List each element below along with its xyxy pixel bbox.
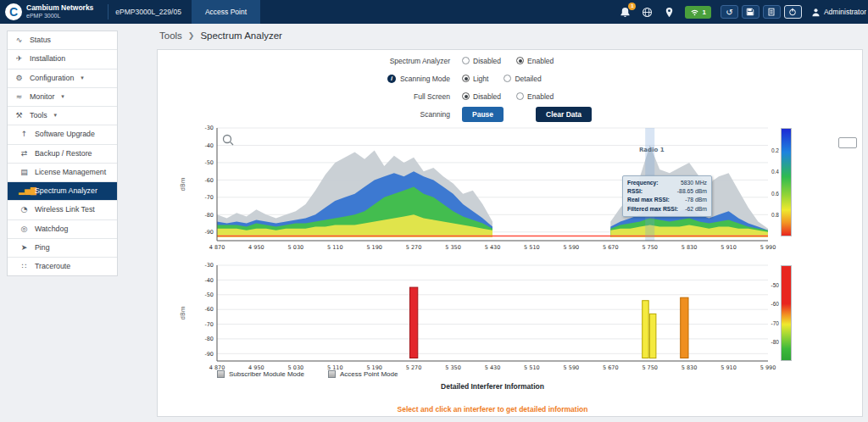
colorbar-tick: 0.2 — [765, 147, 779, 153]
sidebar-item-tools[interactable]: ⚒Tools▾ — [8, 107, 117, 125]
svg-text:5 750: 5 750 — [642, 244, 658, 251]
persistence-colorbar: 0.20.40.60.8 — [781, 128, 792, 236]
spectrum-analyzer-panel: Spectrum AnalyzerDisabledEnablediScannin… — [157, 49, 863, 417]
svg-text:-40: -40 — [204, 277, 214, 284]
tooltip-row: Real max RSSI:-78 dBm — [627, 196, 707, 204]
svg-text:-50: -50 — [204, 159, 214, 166]
controls: Spectrum AnalyzerDisabledEnablediScannin… — [158, 52, 862, 123]
svg-text:5 590: 5 590 — [564, 244, 580, 251]
sidebar-item-label: Spectrum Analyzer — [35, 186, 97, 196]
expand-button[interactable] — [838, 137, 857, 148]
interferer-info-title: Detailed Interferer Information — [217, 382, 768, 391]
sidebar-item-backup-restore[interactable]: ⇄Backup / Restore — [8, 145, 117, 164]
colorbar-tick: 0.4 — [765, 169, 779, 175]
logs-clipboard-button[interactable] — [763, 5, 781, 19]
info-icon[interactable]: i — [387, 75, 396, 83]
full-screen-option-enabled[interactable]: Enabled — [516, 92, 554, 101]
header-actions: 1 1 ↺ Administrator — [619, 5, 868, 19]
sidebar-item-configuration[interactable]: ⚙Configuration▾ — [8, 69, 117, 88]
svg-text:5 430: 5 430 — [485, 244, 501, 251]
radio-icon — [516, 92, 524, 100]
svg-text:-60: -60 — [204, 306, 214, 313]
svg-text:5 670: 5 670 — [603, 364, 619, 371]
zoom-icon — [224, 136, 234, 146]
undo-button[interactable]: ↺ — [721, 5, 738, 19]
sidebar-item-status[interactable]: ∿Status — [8, 31, 117, 50]
radio-tooltip: Frequency:5830 MHzRSSI:-88.65 dBmReal ma… — [622, 175, 712, 217]
full-screen-label: Full Screen — [158, 92, 450, 101]
sidebar-item-label: License Management — [35, 168, 106, 177]
sidebar-item-software-upgrade[interactable]: ↑Software Upgrade — [8, 125, 117, 144]
svg-text:5 910: 5 910 — [721, 364, 737, 371]
traceroute-icon: ∷ — [19, 262, 30, 271]
brand-name: Cambium Networks — [26, 4, 93, 13]
status-icon: ∿ — [14, 36, 25, 45]
sidebar-item-spectrum-analyzer[interactable]: ▂▅▇Spectrum Analyzer — [8, 182, 117, 201]
sidebar-item-monitor[interactable]: ≈Monitor▾ — [8, 88, 117, 107]
tools-icon: ⚒ — [14, 111, 25, 120]
tooltip-row: RSSI:-88.65 dBm — [627, 187, 707, 196]
breadcrumb: Tools ❯ Spectrum Analyzer — [159, 31, 282, 41]
svg-text:-70: -70 — [204, 194, 214, 201]
svg-text:5 510: 5 510 — [524, 244, 540, 251]
pause-button[interactable]: Pause — [462, 107, 504, 122]
scanning-mode-option-light[interactable]: Light — [462, 75, 488, 83]
sidebar-item-ping[interactable]: ➤Ping — [8, 239, 117, 258]
connected-sm-badge[interactable]: 1 — [685, 6, 710, 19]
svg-text:5 990: 5 990 — [760, 244, 776, 251]
svg-text:5 590: 5 590 — [564, 364, 580, 371]
full-screen-option-disabled[interactable]: Disabled — [462, 92, 501, 101]
rssi-colorbar: -50-60-70-80 — [781, 265, 792, 361]
chevron-down-icon: ▾ — [81, 75, 84, 82]
save-button[interactable] — [742, 5, 760, 19]
chevron-down-icon: ▾ — [61, 93, 64, 101]
colorbar-tick: 0.8 — [765, 211, 779, 217]
svg-text:5 510: 5 510 — [524, 364, 540, 371]
ping-icon: ➤ — [19, 243, 30, 253]
spectrum-analyzer-icon: ▂▅▇ — [19, 186, 30, 196]
svg-text:dBm: dBm — [180, 177, 186, 191]
sidebar-item-label: Ping — [35, 243, 50, 253]
location-pin-icon[interactable] — [663, 6, 676, 19]
colorbar-tick: -80 — [765, 338, 779, 344]
spectrum-analyzer-option-disabled[interactable]: Disabled — [462, 57, 501, 65]
svg-text:-40: -40 — [204, 142, 214, 149]
legend-item-subscriber-module-mode[interactable]: Subscriber Module Mode — [217, 370, 304, 378]
sidebar-item-license-management[interactable]: ▤License Management — [8, 164, 117, 182]
language-globe-icon[interactable] — [641, 6, 654, 19]
sidebar-item-traceroute[interactable]: ∷Traceroute — [8, 258, 117, 275]
sidebar-item-watchdog[interactable]: ◎Watchdog — [8, 220, 117, 239]
sidebar-item-wireless-link-test[interactable]: ◔Wireless Link Test — [8, 201, 117, 219]
device-name: ePMP3000L_229/05 — [115, 8, 181, 16]
svg-text:5 430: 5 430 — [485, 364, 501, 371]
power-reboot-button[interactable] — [784, 5, 802, 19]
svg-text:5 350: 5 350 — [445, 244, 461, 251]
svg-text:-80: -80 — [204, 336, 214, 342]
svg-text:-30: -30 — [204, 125, 214, 131]
colorbar-tick: -70 — [765, 319, 779, 325]
svg-text:5 030: 5 030 — [288, 244, 304, 251]
svg-text:4 950: 4 950 — [248, 244, 264, 251]
radio-icon — [462, 75, 470, 82]
legend-item-access-point-mode[interactable]: Access Point Mode — [328, 370, 398, 378]
tooltip-row: Frequency:5830 MHz — [627, 179, 707, 187]
svg-text:5 750: 5 750 — [642, 364, 658, 371]
radio-icon — [516, 57, 524, 64]
svg-text:5 270: 5 270 — [406, 244, 422, 251]
clear-data-button[interactable]: Clear Data — [536, 107, 592, 122]
spectrum-analyzer-label: Spectrum Analyzer — [158, 57, 450, 65]
scanning-label: Scanning — [158, 110, 450, 119]
scanning-mode-option-detailed[interactable]: Detailed — [504, 75, 541, 83]
notifications-bell-icon[interactable]: 1 — [619, 6, 632, 19]
interferer-chart[interactable]: -30-40-50-60-70-80-904 8704 9505 0305 11… — [175, 258, 785, 377]
sidebar-item-installation[interactable]: ✈Installation — [8, 50, 117, 69]
watchdog-icon: ◎ — [19, 225, 30, 234]
mode-tab-access-point[interactable]: Access Point — [192, 0, 260, 24]
breadcrumb-arrow-icon: ❯ — [188, 31, 195, 40]
svg-text:-90: -90 — [204, 229, 214, 236]
svg-text:Radio 1: Radio 1 — [639, 147, 665, 153]
svg-text:5 110: 5 110 — [327, 244, 343, 251]
breadcrumb-parent[interactable]: Tools — [159, 31, 182, 41]
spectrum-analyzer-option-enabled[interactable]: Enabled — [516, 57, 554, 65]
user-menu[interactable]: Administrator — [811, 8, 866, 17]
